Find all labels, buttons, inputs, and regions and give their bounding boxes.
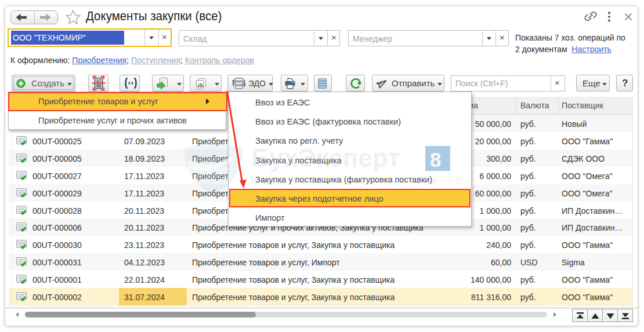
svg-text:1С: 1С <box>96 79 102 83</box>
